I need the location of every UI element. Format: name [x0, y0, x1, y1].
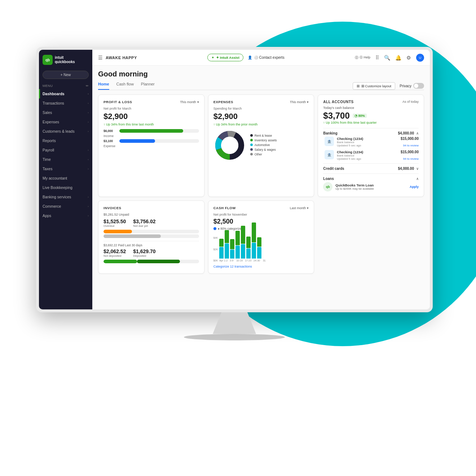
- loans-expand-icon[interactable]: ∧: [416, 177, 419, 181]
- search-icon[interactable]: 🔍: [384, 55, 390, 61]
- sidebar-label-payroll: Payroll: [43, 148, 54, 152]
- expenses-period-label: This month: [290, 100, 306, 104]
- expenses-body: Rent & lease Inventory assets Automotive: [213, 129, 309, 162]
- sidebar-item-commerce[interactable]: Commerce ›: [39, 202, 92, 211]
- categorize-link[interactable]: Categorize 12 transactions: [213, 265, 309, 268]
- star-icon: ✦: [211, 56, 214, 60]
- cashflow-subtitle: Net profit for November: [213, 213, 309, 216]
- checking2-balance: $15,000.00: [401, 150, 419, 154]
- tab-cashflow[interactable]: Cash flow: [116, 82, 134, 90]
- bar-green-1: [219, 239, 224, 247]
- bar-teal-8: [257, 247, 261, 259]
- checking2-review-row: Updated 5 sec ago 94 to review: [337, 157, 419, 160]
- sidebar-item-apps[interactable]: Apps ›: [39, 211, 92, 220]
- profit-loss-up-indicator: ↑ Up 34% from this time last month: [103, 123, 199, 126]
- sidebar-label-dashboards: Dashboards: [43, 92, 65, 96]
- checking2-balance-label: Bank balance: [337, 154, 354, 157]
- quickbooks-logo-icon: qb: [43, 55, 53, 65]
- bar-teal-5: [241, 244, 245, 259]
- profit-loss-period[interactable]: This month ▾: [180, 100, 199, 104]
- sidebar-item-dashboards[interactable]: Dashboards ›: [39, 89, 92, 98]
- legend-dot-salary: [250, 148, 253, 151]
- legend-label-rent: Rent & lease: [255, 134, 272, 137]
- topbar: ☰ AWAKE HAPPY ✦ ✦ Intuit Assist 👤 ⚪ Cont…: [92, 50, 430, 66]
- privacy-toggle-switch[interactable]: [413, 83, 424, 89]
- invoice-paid-section: $3,692.22 Paid Last 30 days $2,062.52 No…: [103, 241, 199, 263]
- overdue-amount: $1,525.50: [103, 219, 126, 224]
- expense-value: $3,100: [103, 139, 116, 143]
- notdeposited-col: $2,062.52 Not deposited: [103, 248, 126, 257]
- monitor-bezel: qb intuit quickbooks + New MENU ✏ Dashbo…: [36, 47, 433, 312]
- profit-loss-header: PROFIT & LOSS This month ▾: [103, 100, 199, 104]
- checking1-name: Checking (1234): [337, 137, 363, 141]
- menu-section-header: MENU ✏: [39, 81, 92, 89]
- x-label-apr: Apr 1-2: [219, 259, 228, 262]
- cashflow-period[interactable]: Last month ▾: [290, 206, 309, 210]
- grid-layout-icon: ⊞: [357, 84, 360, 88]
- all-accounts-card: ALL ACCOUNTS As of today Today's cash ba…: [318, 94, 424, 197]
- sidebar-item-payroll[interactable]: Payroll ›: [39, 145, 92, 155]
- profit-loss-card: PROFIT & LOSS This month ▾ Net profit fo…: [98, 94, 204, 197]
- bell-icon[interactable]: 🔔: [395, 55, 401, 61]
- notdeposited-label: Not deposited: [103, 254, 126, 257]
- chevron-right-icon: ›: [88, 205, 89, 208]
- x-label-31: 31: [263, 259, 266, 262]
- y-label-0k: $0K: [213, 259, 218, 262]
- contact-experts-button[interactable]: 👤 ⚪ Contact experts: [248, 56, 285, 60]
- bar-group-2: [225, 230, 229, 259]
- divider: [323, 128, 419, 128]
- logo-line1: intuit: [55, 56, 63, 60]
- expenses-period[interactable]: This month ▾: [290, 100, 309, 104]
- cash-balance-label: Today's cash balance: [323, 106, 419, 110]
- checking2-review-link[interactable]: 94 to review: [403, 157, 419, 160]
- sidebar-item-bookkeeping[interactable]: Live Bookkeeping: [39, 183, 92, 192]
- sidebar-item-customers[interactable]: Customers & leads ›: [39, 127, 92, 136]
- help-button[interactable]: ⓪ ⓪ Help: [355, 55, 370, 60]
- user-avatar[interactable]: U: [416, 54, 424, 62]
- sidebar-label-apps: Apps: [43, 213, 51, 218]
- sidebar-item-time[interactable]: Time ›: [39, 155, 92, 164]
- checking1-item: 🏦 Checking (1234) $15,000.00 Bank balanc…: [323, 137, 419, 147]
- income-label-row: Income: [103, 134, 199, 138]
- person-icon: 👤: [248, 56, 252, 60]
- y-label-2k: $2K: [213, 248, 218, 251]
- settings-icon[interactable]: ⚙: [406, 55, 411, 61]
- grid-icon[interactable]: ⠿: [375, 55, 379, 61]
- deposited-col: $1,629.70 Deposited: [133, 248, 155, 257]
- intuit-assist-button[interactable]: ✦ ✦ Intuit Assist: [207, 54, 243, 61]
- customize-layout-button[interactable]: ⊞ ⊞ Customize layout: [353, 82, 396, 90]
- legend-item-other: Other: [250, 153, 309, 156]
- expand-icon[interactable]: ∧: [416, 131, 419, 135]
- third-col-placeholder: [318, 200, 424, 274]
- overdue-bar-track: [103, 230, 199, 233]
- new-button[interactable]: + New: [43, 71, 89, 79]
- cashflow-chart: $4K $2K $0K: [213, 233, 309, 262]
- sidebar-item-banking[interactable]: Banking services ›: [39, 192, 92, 202]
- sidebar-item-accountant[interactable]: My accountant: [39, 173, 92, 183]
- tab-home[interactable]: Home: [98, 82, 109, 90]
- categorized-text: ● 80% categorized: [218, 227, 243, 230]
- bar-group-5: [241, 226, 245, 259]
- collapse-icon[interactable]: ∨: [416, 167, 419, 171]
- apply-button[interactable]: Apply: [410, 185, 419, 189]
- cashflow-period-label: Last month: [290, 206, 306, 210]
- checking1-review-link[interactable]: 94 to review: [403, 144, 419, 147]
- sidebar-item-reports[interactable]: Reports: [39, 136, 92, 145]
- tabs-right: ⊞ ⊞ Customize layout Privacy: [353, 82, 424, 90]
- edit-icon[interactable]: ✏: [86, 84, 89, 88]
- sidebar-item-expenses[interactable]: Expenses ›: [39, 117, 92, 127]
- donut-svg: [213, 129, 246, 162]
- sidebar-item-transactions[interactable]: Transactions ›: [39, 98, 92, 108]
- chevron-right-icon: ›: [88, 167, 89, 171]
- expenses-up-text: ↑ Up 34% from the prior month: [213, 123, 258, 126]
- hamburger-icon[interactable]: ☰: [98, 55, 103, 61]
- invoices-header: INVOICES: [103, 206, 199, 210]
- invoice-paid-label: $3,692.22 Paid Last 30 days: [103, 243, 199, 247]
- chart-icon: ◔: [354, 114, 357, 118]
- sidebar-item-sales[interactable]: Sales ›: [39, 108, 92, 117]
- checking1-meta-row: Bank balance: [337, 141, 419, 144]
- loan-details: QuickBooks Term Loan Up to $200K may be …: [335, 183, 407, 190]
- income-bar-track: [119, 129, 199, 133]
- sidebar-item-taxes[interactable]: Taxes ›: [39, 164, 92, 173]
- tab-planner[interactable]: Planner: [141, 82, 155, 90]
